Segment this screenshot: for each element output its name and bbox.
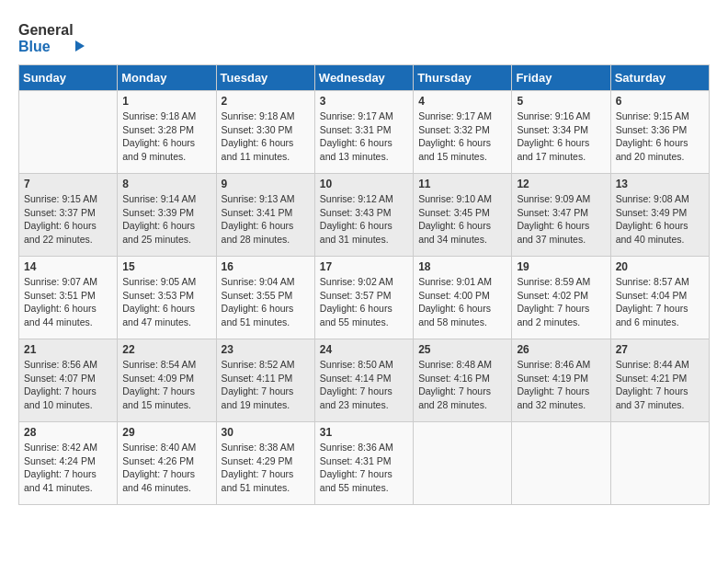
calendar-cell: 4Sunrise: 9:17 AMSunset: 3:32 PMDaylight…	[414, 91, 512, 174]
calendar-cell: 3Sunrise: 9:17 AMSunset: 3:31 PMDaylight…	[314, 91, 413, 174]
day-info: Sunrise: 8:48 AMSunset: 4:16 PMDaylight:…	[418, 358, 506, 412]
day-info: Sunrise: 9:17 AMSunset: 3:32 PMDaylight:…	[418, 109, 506, 164]
day-number: 31	[320, 426, 408, 439]
calendar-week-row: 21Sunrise: 8:56 AMSunset: 4:07 PMDayligh…	[19, 339, 710, 422]
day-number: 2	[222, 95, 310, 108]
day-info: Sunrise: 9:04 AMSunset: 3:55 PMDaylight:…	[222, 275, 310, 329]
day-number: 10	[320, 178, 408, 190]
day-number: 16	[222, 260, 310, 273]
day-info: Sunrise: 9:10 AMSunset: 3:45 PMDaylight:…	[418, 192, 506, 247]
weekday-header-wednesday: Wednesday	[314, 65, 413, 91]
day-info: Sunrise: 8:57 AMSunset: 4:04 PMDaylight:…	[616, 275, 704, 329]
calendar-cell	[610, 422, 709, 505]
calendar-cell: 30Sunrise: 8:38 AMSunset: 4:29 PMDayligh…	[216, 422, 314, 505]
calendar-cell	[19, 91, 118, 174]
day-info: Sunrise: 9:09 AMSunset: 3:47 PMDaylight:…	[517, 192, 605, 247]
day-number: 17	[320, 260, 408, 273]
day-number: 26	[517, 343, 605, 356]
day-number: 3	[320, 95, 408, 108]
calendar-cell: 11Sunrise: 9:10 AMSunset: 3:45 PMDayligh…	[414, 174, 512, 257]
weekday-header-saturday: Saturday	[610, 65, 709, 91]
day-number: 20	[616, 260, 704, 273]
calendar-week-row: 28Sunrise: 8:42 AMSunset: 4:24 PMDayligh…	[19, 422, 710, 505]
day-info: Sunrise: 9:02 AMSunset: 3:57 PMDaylight:…	[320, 275, 408, 329]
calendar-cell: 1Sunrise: 9:18 AMSunset: 3:28 PMDaylight…	[118, 91, 216, 174]
calendar-cell: 8Sunrise: 9:14 AMSunset: 3:39 PMDaylight…	[118, 174, 216, 257]
day-number: 1	[122, 95, 210, 108]
weekday-header-thursday: Thursday	[414, 65, 512, 91]
calendar-cell: 6Sunrise: 9:15 AMSunset: 3:36 PMDaylight…	[610, 91, 709, 174]
calendar-cell	[512, 422, 610, 505]
day-number: 13	[616, 178, 704, 190]
page-header: GeneralBlue	[18, 18, 710, 55]
calendar-cell: 27Sunrise: 8:44 AMSunset: 4:21 PMDayligh…	[610, 339, 709, 422]
day-info: Sunrise: 9:15 AMSunset: 3:36 PMDaylight:…	[616, 109, 704, 164]
logo: GeneralBlue	[18, 18, 92, 55]
calendar-week-row: 1Sunrise: 9:18 AMSunset: 3:28 PMDaylight…	[19, 91, 710, 174]
day-info: Sunrise: 9:05 AMSunset: 3:53 PMDaylight:…	[122, 275, 210, 329]
calendar-cell: 2Sunrise: 9:18 AMSunset: 3:30 PMDaylight…	[216, 91, 314, 174]
day-number: 21	[24, 343, 112, 356]
calendar-cell: 10Sunrise: 9:12 AMSunset: 3:43 PMDayligh…	[314, 174, 413, 257]
calendar-cell: 25Sunrise: 8:48 AMSunset: 4:16 PMDayligh…	[414, 339, 512, 422]
calendar-cell: 26Sunrise: 8:46 AMSunset: 4:19 PMDayligh…	[512, 339, 610, 422]
day-number: 27	[616, 343, 704, 356]
day-number: 23	[222, 343, 310, 356]
day-info: Sunrise: 8:38 AMSunset: 4:29 PMDaylight:…	[222, 441, 310, 495]
day-info: Sunrise: 9:12 AMSunset: 3:43 PMDaylight:…	[320, 192, 408, 247]
calendar-cell: 20Sunrise: 8:57 AMSunset: 4:04 PMDayligh…	[610, 257, 709, 339]
day-info: Sunrise: 9:08 AMSunset: 3:49 PMDaylight:…	[616, 192, 704, 247]
day-info: Sunrise: 9:01 AMSunset: 4:00 PMDaylight:…	[418, 275, 506, 329]
calendar-week-row: 14Sunrise: 9:07 AMSunset: 3:51 PMDayligh…	[19, 257, 710, 339]
day-number: 5	[517, 95, 605, 108]
day-info: Sunrise: 9:17 AMSunset: 3:31 PMDaylight:…	[320, 109, 408, 164]
calendar-week-row: 7Sunrise: 9:15 AMSunset: 3:37 PMDaylight…	[19, 174, 710, 257]
calendar-cell: 13Sunrise: 9:08 AMSunset: 3:49 PMDayligh…	[610, 174, 709, 257]
day-number: 18	[418, 260, 506, 273]
svg-text:General: General	[18, 22, 74, 38]
day-number: 29	[122, 426, 210, 439]
calendar-cell: 17Sunrise: 9:02 AMSunset: 3:57 PMDayligh…	[314, 257, 413, 339]
day-info: Sunrise: 9:16 AMSunset: 3:34 PMDaylight:…	[517, 109, 605, 164]
calendar-cell: 15Sunrise: 9:05 AMSunset: 3:53 PMDayligh…	[118, 257, 216, 339]
day-number: 28	[24, 426, 112, 439]
day-number: 24	[320, 343, 408, 356]
day-info: Sunrise: 8:52 AMSunset: 4:11 PMDaylight:…	[222, 358, 310, 412]
day-info: Sunrise: 8:40 AMSunset: 4:26 PMDaylight:…	[122, 441, 210, 495]
calendar-cell: 19Sunrise: 8:59 AMSunset: 4:02 PMDayligh…	[512, 257, 610, 339]
svg-marker-2	[75, 40, 85, 52]
day-info: Sunrise: 9:07 AMSunset: 3:51 PMDaylight:…	[24, 275, 112, 329]
calendar-cell: 28Sunrise: 8:42 AMSunset: 4:24 PMDayligh…	[19, 422, 118, 505]
day-info: Sunrise: 8:44 AMSunset: 4:21 PMDaylight:…	[616, 358, 704, 412]
calendar-cell: 5Sunrise: 9:16 AMSunset: 3:34 PMDaylight…	[512, 91, 610, 174]
day-info: Sunrise: 8:54 AMSunset: 4:09 PMDaylight:…	[122, 358, 210, 412]
day-info: Sunrise: 9:18 AMSunset: 3:28 PMDaylight:…	[122, 109, 210, 164]
calendar-cell: 16Sunrise: 9:04 AMSunset: 3:55 PMDayligh…	[216, 257, 314, 339]
day-number: 11	[418, 178, 506, 190]
calendar-cell: 31Sunrise: 8:36 AMSunset: 4:31 PMDayligh…	[314, 422, 413, 505]
day-info: Sunrise: 8:59 AMSunset: 4:02 PMDaylight:…	[517, 275, 605, 329]
day-info: Sunrise: 8:42 AMSunset: 4:24 PMDaylight:…	[24, 441, 112, 495]
day-number: 4	[418, 95, 506, 108]
calendar-cell: 7Sunrise: 9:15 AMSunset: 3:37 PMDaylight…	[19, 174, 118, 257]
day-number: 6	[616, 95, 704, 108]
day-info: Sunrise: 8:46 AMSunset: 4:19 PMDaylight:…	[517, 358, 605, 412]
day-number: 7	[24, 178, 112, 190]
calendar-cell: 23Sunrise: 8:52 AMSunset: 4:11 PMDayligh…	[216, 339, 314, 422]
day-info: Sunrise: 9:13 AMSunset: 3:41 PMDaylight:…	[222, 192, 310, 247]
calendar-cell: 12Sunrise: 9:09 AMSunset: 3:47 PMDayligh…	[512, 174, 610, 257]
day-number: 9	[222, 178, 310, 190]
day-number: 19	[517, 260, 605, 273]
calendar-cell: 21Sunrise: 8:56 AMSunset: 4:07 PMDayligh…	[19, 339, 118, 422]
day-number: 8	[122, 178, 210, 190]
day-info: Sunrise: 8:56 AMSunset: 4:07 PMDaylight:…	[24, 358, 112, 412]
day-info: Sunrise: 8:50 AMSunset: 4:14 PMDaylight:…	[320, 358, 408, 412]
calendar-table: SundayMondayTuesdayWednesdayThursdayFrid…	[18, 64, 710, 505]
calendar-cell	[414, 422, 512, 505]
weekday-header-row: SundayMondayTuesdayWednesdayThursdayFrid…	[19, 65, 710, 91]
day-number: 15	[122, 260, 210, 273]
calendar-cell: 24Sunrise: 8:50 AMSunset: 4:14 PMDayligh…	[314, 339, 413, 422]
day-info: Sunrise: 9:18 AMSunset: 3:30 PMDaylight:…	[222, 109, 310, 164]
day-number: 30	[222, 426, 310, 439]
weekday-header-friday: Friday	[512, 65, 610, 91]
